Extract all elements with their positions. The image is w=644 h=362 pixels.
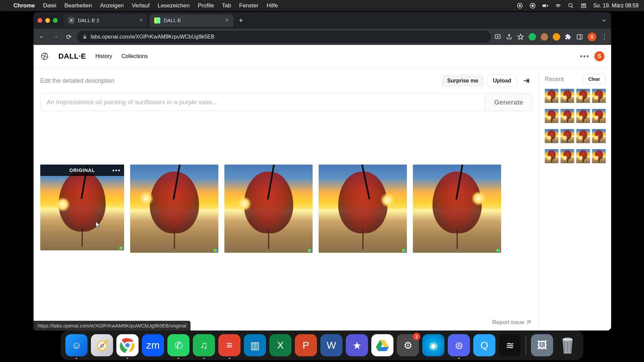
share-icon[interactable] (506, 34, 513, 40)
extension-icon[interactable] (541, 33, 548, 41)
dock-app-powerpoint[interactable]: P (295, 334, 317, 356)
back-button[interactable]: ← (37, 32, 47, 42)
result-variation[interactable] (130, 165, 218, 253)
tab-close-icon[interactable]: × (139, 17, 143, 24)
dock-app-spotify[interactable]: ♫ (193, 334, 215, 356)
dock-app-siri[interactable]: ◉ (422, 334, 444, 356)
battery-icon[interactable] (542, 3, 548, 9)
menu-datei[interactable]: Datei (43, 2, 56, 9)
recent-thumb[interactable] (576, 149, 590, 163)
dock-preview[interactable]: 🖼 (531, 334, 553, 356)
window-minimize-button[interactable] (45, 18, 50, 23)
dock-app-excel[interactable]: X (269, 334, 291, 356)
dock-app-trello[interactable]: ▥ (244, 334, 266, 356)
user-avatar[interactable]: S (594, 51, 604, 61)
new-tab-button[interactable]: + (239, 16, 243, 25)
sidepanel-icon[interactable] (576, 34, 583, 40)
recent-thumb[interactable] (545, 89, 558, 103)
recent-thumb[interactable] (592, 109, 606, 123)
recent-thumb[interactable] (560, 89, 574, 103)
install-icon[interactable] (494, 34, 501, 40)
recent-thumb[interactable] (560, 109, 574, 123)
result-variation[interactable] (319, 165, 407, 253)
result-variation[interactable] (413, 165, 501, 253)
toolbar-actions: S ⋮ (494, 33, 608, 41)
menu-hilfe[interactable]: Hilfe (267, 2, 278, 9)
recent-thumb[interactable] (576, 89, 590, 103)
dock-app-whatsapp[interactable]: ✆ (167, 334, 190, 356)
submit-arrow-icon[interactable] (520, 75, 532, 87)
menubar-app-name[interactable]: Chrome (13, 2, 35, 9)
recent-thumb[interactable] (545, 109, 558, 123)
tab-close-icon[interactable]: × (225, 17, 229, 24)
dock-trash-icon[interactable] (556, 334, 579, 356)
bookmark-star-icon[interactable] (517, 34, 524, 40)
edit-description-label: Edit the detailed description (40, 77, 114, 84)
chevron-down-icon[interactable] (601, 17, 607, 23)
recent-thumb[interactable] (560, 149, 574, 163)
dock-app-safari[interactable]: 🧭 (91, 334, 113, 356)
menu-profile[interactable]: Profile (198, 2, 214, 9)
surprise-me-button[interactable]: Surprise me (441, 75, 484, 87)
search-icon[interactable] (568, 3, 574, 9)
dock-app-finder[interactable]: ☺ (65, 334, 88, 356)
result-variation[interactable] (224, 165, 313, 253)
recent-thumb[interactable] (576, 109, 590, 123)
report-issue-link[interactable]: Report issue (492, 319, 532, 326)
nav-history[interactable]: History (95, 53, 112, 59)
menu-verlauf[interactable]: Verlauf (132, 2, 150, 9)
recent-thumb[interactable] (545, 129, 558, 143)
window-close-button[interactable] (38, 18, 42, 23)
dock-app-todoist[interactable]: ≡ (218, 334, 240, 356)
extensions-puzzle-icon[interactable] (565, 34, 572, 40)
reload-button[interactable]: ⟳ (64, 32, 74, 42)
dock-app-voice[interactable]: ≋ (499, 334, 521, 356)
menu-tab[interactable]: Tab (222, 2, 231, 9)
dock-app-word[interactable]: W (320, 334, 342, 356)
menu-fenster[interactable]: Fenster (239, 2, 259, 9)
recent-thumb[interactable] (560, 129, 574, 143)
menu-bearbeiten[interactable]: Bearbeiten (64, 2, 92, 9)
dock-app-imovie[interactable]: ★ (346, 334, 368, 356)
chrome-window: ✦ DALL·E 2 × DALL·E × + ← → ⟳ labs.opena… (34, 12, 611, 330)
menubar-clock[interactable]: So. 19. März 08:59 (593, 3, 639, 9)
upload-button[interactable]: Upload (487, 75, 517, 87)
recent-thumb[interactable] (576, 129, 590, 143)
extension-icon[interactable] (553, 33, 560, 41)
recent-thumb[interactable] (545, 149, 558, 163)
stop-icon[interactable] (530, 3, 536, 9)
recent-thumb[interactable] (592, 129, 606, 143)
recent-thumb[interactable] (592, 89, 606, 103)
browser-tab-dalle[interactable]: DALL·E × (150, 14, 233, 27)
menu-anzeigen[interactable]: Anzeigen (100, 2, 124, 9)
dock-app-discord[interactable]: ⊜ (448, 334, 470, 356)
dock-app-quicktime[interactable]: Q (473, 334, 495, 356)
dock-app-zoom[interactable]: zm (142, 334, 164, 356)
profile-avatar[interactable]: S (588, 33, 596, 41)
browser-tab-dalle2[interactable]: ✦ DALL·E 2 × (64, 14, 148, 27)
menu-lesezeichen[interactable]: Lesezeichen (158, 2, 190, 9)
report-issue-label: Report issue (492, 319, 524, 326)
dock-app-drive[interactable] (371, 334, 393, 356)
forward-button[interactable]: → (50, 32, 60, 42)
chrome-toolbar: ← → ⟳ labs.openai.com/e/XGlPrKwAM9KrpuWC… (34, 28, 611, 45)
more-menu-icon[interactable]: ••• (580, 52, 590, 61)
generate-button[interactable]: Generate (485, 94, 532, 111)
prompt-input[interactable] (41, 94, 485, 111)
dock-app-settings[interactable]: ⚙1 (397, 334, 419, 356)
address-bar[interactable]: labs.openai.com/e/XGlPrKwAM9KrpuWCbUg9k5… (77, 31, 491, 43)
record-icon[interactable] (517, 3, 523, 9)
control-center-icon[interactable] (581, 3, 587, 9)
wifi-icon[interactable] (555, 3, 561, 9)
nav-collections[interactable]: Collections (121, 53, 148, 59)
window-maximize-button[interactable] (53, 18, 58, 23)
result-original[interactable]: ORIGINAL ••• (40, 165, 124, 250)
chrome-menu-icon[interactable]: ⋮ (601, 33, 608, 41)
clear-button[interactable]: Clear (583, 74, 606, 84)
dock-app-chrome[interactable] (116, 334, 139, 356)
watermark-icon (402, 249, 406, 252)
result-more-icon[interactable]: ••• (112, 167, 121, 174)
extension-shield-icon[interactable] (529, 33, 536, 41)
recent-thumb[interactable] (592, 149, 606, 163)
app-brand[interactable]: DALL·E (58, 52, 86, 61)
